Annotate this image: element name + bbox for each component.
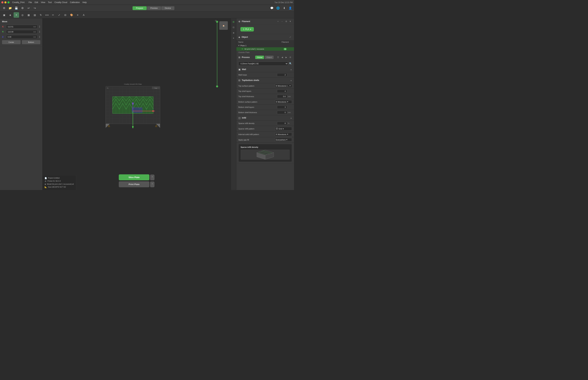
- apply-gap-dropdown[interactable]: Everywhere ▾: [275, 138, 292, 142]
- layers-button[interactable]: ≡: [75, 12, 80, 18]
- arrange-button[interactable]: ▦: [26, 12, 31, 18]
- internal-solid-icon: ⊟: [276, 133, 277, 135]
- wall-loops-input[interactable]: [277, 73, 287, 76]
- open-button[interactable]: 📁: [7, 5, 13, 11]
- z-down-arrow[interactable]: ▼: [39, 37, 40, 38]
- flatten-button[interactable]: ⊟: [63, 12, 68, 18]
- process-list-button[interactable]: ☰: [276, 56, 280, 59]
- top-shell-layers-input[interactable]: [277, 90, 287, 93]
- save-button[interactable]: 💾: [14, 5, 19, 11]
- rc-support-icon[interactable]: ✦: [231, 36, 236, 40]
- network-button[interactable]: 🌐: [276, 6, 280, 11]
- filament-remove-button[interactable]: −: [280, 20, 284, 23]
- action-buttons: Slice Plate ⌃ Print Plate ⌃: [119, 174, 154, 187]
- preview-mode-button[interactable]: Preview: [147, 6, 161, 10]
- sparse-pattern-dropdown[interactable]: Grid ▾: [275, 127, 292, 131]
- z-input[interactable]: 0.00 mm: [6, 35, 38, 39]
- z-arrows[interactable]: ▲ ▼: [39, 36, 40, 38]
- y-input[interactable]: 110.00 mm: [6, 30, 38, 34]
- top-shell-thickness-input[interactable]: [277, 95, 287, 98]
- bottom-button[interactable]: Bottom: [22, 40, 40, 44]
- infill-title: Infill: [242, 117, 289, 119]
- internal-solid-dropdown[interactable]: ⊟ Monotonic ▾: [275, 133, 292, 136]
- bottom-surface-pattern-dropdown[interactable]: ⊟ Monotonic ▾: [275, 100, 292, 104]
- x-down-arrow[interactable]: ▼: [39, 27, 40, 28]
- view-2d-button[interactable]: ▣: [1, 12, 7, 18]
- scale-button[interactable]: ⤢: [57, 12, 62, 18]
- maximize-button[interactable]: [7, 1, 10, 3]
- color-button[interactable]: 🎨: [69, 12, 74, 18]
- process-settings-button[interactable]: ⚙: [288, 56, 292, 59]
- split-button[interactable]: ✂: [50, 12, 56, 18]
- bottom-shell-layers-input[interactable]: [277, 105, 287, 109]
- slice-expand-button[interactable]: ⌃: [150, 174, 154, 180]
- rc-object-icon[interactable]: ◈: [231, 31, 236, 35]
- redo-button[interactable]: ↪: [32, 5, 38, 11]
- print-expand-button[interactable]: ⌃: [150, 182, 154, 187]
- y-down-arrow[interactable]: ▼: [39, 32, 40, 33]
- menu-tool[interactable]: Tool: [48, 1, 52, 3]
- device-mode-button[interactable]: Device: [161, 6, 174, 10]
- svg-marker-28: [132, 126, 134, 128]
- viewport[interactable]: 🏠 01: [42, 18, 231, 190]
- prepare-mode-button[interactable]: Prepare: [133, 6, 147, 10]
- minimize-button[interactable]: [4, 1, 6, 3]
- preferences-button[interactable]: ⚙: [20, 5, 25, 11]
- process-next-button[interactable]: ▶: [285, 56, 288, 59]
- undo-button[interactable]: ↩: [26, 5, 31, 11]
- process-prev-button[interactable]: ◀: [280, 56, 284, 59]
- infill-section-header[interactable]: ◫ Infill ▲: [236, 115, 294, 121]
- plate-expand-icon[interactable]: ▾: [238, 44, 239, 47]
- main-toolbar: ⚙ 📁 💾 ⚙ ↩ ↪ Prepare Preview Device 💬 🌐 ⬇…: [0, 5, 294, 12]
- print-plate-button[interactable]: Print Plate: [119, 181, 149, 187]
- bottom-shell-thickness-input[interactable]: [277, 111, 287, 114]
- close-button[interactable]: [1, 1, 3, 3]
- model-row[interactable]: 👁 3d print shef (~recovere 1: [236, 47, 294, 51]
- nav-cube[interactable]: 🏠: [218, 20, 229, 31]
- center-button[interactable]: Center: [2, 40, 20, 44]
- rc-layers-icon[interactable]: ⊟: [231, 25, 236, 29]
- top-bottom-header[interactable]: ⊟ Top/bottom shells ▲: [236, 77, 294, 83]
- download-button[interactable]: ⬇: [282, 6, 286, 11]
- plate-label: Plate 1: [240, 45, 246, 47]
- filament-settings-button[interactable]: ⚙: [285, 20, 288, 23]
- wall-section-header[interactable]: ▣ Wall ▲: [236, 67, 294, 72]
- infill-icon: ◫: [238, 116, 241, 119]
- sparse-density-input[interactable]: [277, 122, 287, 125]
- place-button[interactable]: ✦: [14, 12, 19, 18]
- filament-collapse-button[interactable]: ▼: [288, 20, 292, 23]
- model-visibility-icon[interactable]: 👁: [241, 48, 243, 50]
- slice-preview-button[interactable]: ▤: [32, 12, 38, 18]
- filament-title: Filament: [242, 20, 275, 23]
- x-arrows[interactable]: ▲ ▼: [39, 25, 40, 28]
- slice-plate-button[interactable]: Slice Plate: [119, 174, 149, 180]
- view-3d-button[interactable]: ◈: [7, 12, 13, 18]
- text-button[interactable]: A: [81, 12, 86, 18]
- mirror-button[interactable]: ⟺: [44, 12, 50, 18]
- preset-select[interactable]: 0.20mm Fast@K1 SE: [238, 62, 288, 66]
- x-input[interactable]: 112.51 mm: [6, 25, 38, 29]
- menu-calibration[interactable]: Calibration: [70, 1, 80, 3]
- global-tab[interactable]: Global: [255, 56, 264, 59]
- object-tab[interactable]: Object: [265, 56, 274, 59]
- account-button[interactable]: 👤: [288, 6, 293, 11]
- menu-file[interactable]: File: [29, 1, 32, 3]
- menu-cloud[interactable]: Creality Cloud: [55, 1, 67, 3]
- filament-add-button[interactable]: +: [276, 20, 280, 23]
- x-coord-row: X: 112.51 mm ▲ ▼: [2, 25, 40, 29]
- printer-text: Printer:K1 SE-0.4: [47, 180, 61, 183]
- menu-view[interactable]: View: [41, 1, 45, 3]
- rc-home-icon[interactable]: ⊞: [231, 20, 236, 24]
- settings-button[interactable]: ⚙: [1, 5, 7, 11]
- top-surface-pattern-dropdown[interactable]: ⊟ Monotonic l... ▾: [275, 84, 292, 88]
- top-bottom-title: Top/bottom shells: [242, 79, 289, 81]
- preset-search-button[interactable]: 🔍: [289, 62, 292, 65]
- chat-button[interactable]: 💬: [269, 6, 274, 11]
- menu-help[interactable]: Help: [82, 1, 87, 3]
- menu-edit[interactable]: Edit: [35, 1, 38, 3]
- support-button[interactable]: ◎: [20, 12, 25, 18]
- rotate-button[interactable]: ↻: [38, 12, 44, 18]
- y-arrows[interactable]: ▲ ▼: [39, 30, 40, 33]
- filament-type-button[interactable]: 1 PLA ▾: [240, 27, 254, 32]
- object-expand-button[interactable]: ⤢: [288, 35, 292, 39]
